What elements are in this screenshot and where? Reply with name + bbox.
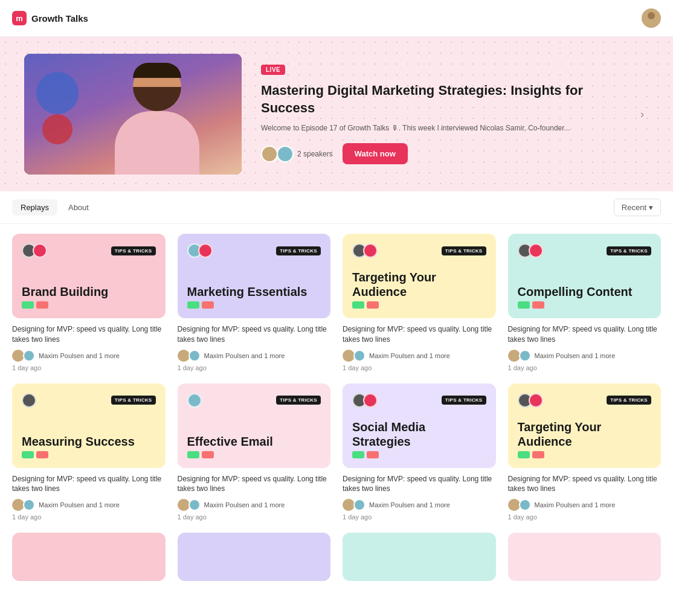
card-tags [22, 301, 156, 309]
card-time: 1 day ago [508, 364, 662, 371]
card-description: Designing for MVP: speed vs quality. Lon… [178, 324, 331, 345]
svg-point-0 [648, 12, 655, 19]
card-tag [36, 301, 48, 309]
author-avatar-1 [343, 499, 355, 511]
card-description: Designing for MVP: speed vs quality. Lon… [343, 474, 496, 495]
sort-label: Recent [622, 203, 646, 212]
tab-about[interactable]: About [60, 199, 97, 216]
card-tag [36, 451, 48, 458]
card-tags [187, 301, 321, 309]
card-time: 1 day ago [12, 364, 166, 371]
card-avatars [518, 393, 543, 408]
grid-row-1: TIPS & TRICKS Brand Building Designing f… [12, 234, 661, 371]
card[interactable] [178, 533, 331, 587]
card[interactable]: TIPS & TRICKS Social Media Strategies De… [343, 383, 496, 521]
user-avatar[interactable] [642, 8, 661, 28]
card-tag [22, 301, 34, 309]
card-thumbnail: TIPS & TRICKS Effective Email [178, 383, 331, 468]
tips-badge: TIPS & TRICKS [442, 396, 486, 405]
card-avatars [22, 243, 47, 258]
card-avatars [187, 393, 202, 408]
author-avatar-1 [508, 499, 520, 511]
author-name: Maxim Poulsen and 1 more [535, 352, 616, 359]
card[interactable]: TIPS & TRICKS Targeting Your Audience De… [508, 383, 662, 521]
author-name: Maxim Poulsen and 1 more [369, 501, 450, 509]
card-avatar-2 [363, 393, 378, 408]
hero-next-button[interactable]: › [636, 103, 649, 126]
card-top: TIPS & TRICKS [352, 243, 486, 258]
tips-badge: TIPS & TRICKS [111, 396, 156, 405]
card-avatar-2 [33, 243, 47, 258]
card-description: Designing for MVP: speed vs quality. Lon… [12, 474, 166, 495]
card[interactable]: TIPS & TRICKS Brand Building Designing f… [12, 234, 166, 371]
card-tags [352, 301, 486, 309]
card[interactable]: TIPS & TRICKS Marketing Essentials Desig… [178, 234, 331, 371]
svg-point-1 [645, 21, 657, 28]
card-avatar-2 [198, 243, 213, 258]
card-tags [187, 451, 321, 458]
author-avatar-2 [519, 350, 531, 362]
card-top: TIPS & TRICKS [22, 393, 156, 408]
card[interactable] [343, 533, 496, 587]
card-tag [352, 301, 364, 309]
author-avatar-1 [12, 499, 24, 511]
author-avatar-1 [12, 350, 24, 362]
hero-video[interactable] [24, 54, 242, 175]
author-name: Maxim Poulsen and 1 more [369, 352, 450, 359]
card[interactable] [508, 533, 662, 587]
speaker-avatar-1 [261, 146, 278, 162]
card[interactable]: TIPS & TRICKS Compelling Content Designi… [508, 234, 662, 371]
card-tag [187, 301, 199, 309]
card-authors: Maxim Poulsen and 1 more [343, 350, 496, 362]
card-title: Brand Building [22, 284, 156, 299]
author-avatar-2 [188, 350, 201, 362]
tips-badge: TIPS & TRICKS [442, 246, 486, 255]
author-avatar-2 [23, 499, 35, 511]
card-title: Targeting Your Audience [352, 270, 486, 299]
card-info: Designing for MVP: speed vs quality. Lon… [12, 324, 166, 371]
card-avatars [352, 243, 378, 258]
card-title-area: Compelling Content [518, 284, 652, 309]
card-avatar-1 [22, 393, 36, 408]
card[interactable]: TIPS & TRICKS Effective Email Designing … [178, 383, 331, 521]
tips-badge: TIPS & TRICKS [111, 246, 156, 255]
tab-replays[interactable]: Replays [12, 199, 57, 216]
card-thumbnail: TIPS & TRICKS Measuring Success [12, 383, 166, 468]
tabs-row: Replays About Recent ▾ [0, 191, 673, 224]
card-thumbnail: TIPS & TRICKS Targeting Your Audience [508, 383, 662, 468]
hero-title: Mastering Digital Marketing Strategies: … [261, 82, 616, 117]
author-name: Maxim Poulsen and 1 more [204, 501, 285, 509]
author-avatar-2 [519, 499, 531, 511]
card-title: Targeting Your Audience [518, 420, 652, 449]
sort-button[interactable]: Recent ▾ [614, 199, 661, 216]
card-top: TIPS & TRICKS [518, 243, 652, 258]
card-time: 1 day ago [178, 364, 331, 371]
card-tag [367, 451, 379, 458]
card-tag [532, 301, 544, 309]
card-authors: Maxim Poulsen and 1 more [508, 499, 662, 511]
speakers-row: 2 speakers [261, 146, 333, 162]
card-description: Designing for MVP: speed vs quality. Lon… [508, 474, 662, 495]
card-tag [202, 301, 214, 309]
card[interactable]: TIPS & TRICKS Targeting Your Audience De… [343, 234, 496, 371]
card-title: Compelling Content [518, 284, 652, 299]
tips-badge: TIPS & TRICKS [276, 396, 321, 405]
card-title-area: Brand Building [22, 284, 156, 309]
card-title: Measuring Success [22, 434, 156, 449]
card-description: Designing for MVP: speed vs quality. Lon… [178, 474, 331, 495]
card-info: Designing for MVP: speed vs quality. Lon… [343, 474, 496, 521]
card-avatars [22, 393, 36, 408]
hero-footer: 2 speakers Watch now [261, 143, 616, 164]
card-top: TIPS & TRICKS [187, 243, 321, 258]
card-tag [187, 451, 199, 458]
card-authors: Maxim Poulsen and 1 more [508, 350, 662, 362]
card[interactable]: TIPS & TRICKS Measuring Success Designin… [12, 383, 166, 521]
card-tag [518, 451, 530, 458]
card-thumbnail: TIPS & TRICKS Brand Building [12, 234, 166, 318]
tips-badge: TIPS & TRICKS [276, 246, 321, 255]
card-title-area: Targeting Your Audience [352, 270, 486, 309]
card-thumbnail: TIPS & TRICKS Compelling Content [508, 234, 662, 318]
watch-now-button[interactable]: Watch now [343, 143, 408, 164]
author-avatar-2 [353, 499, 365, 511]
card[interactable] [12, 533, 166, 587]
